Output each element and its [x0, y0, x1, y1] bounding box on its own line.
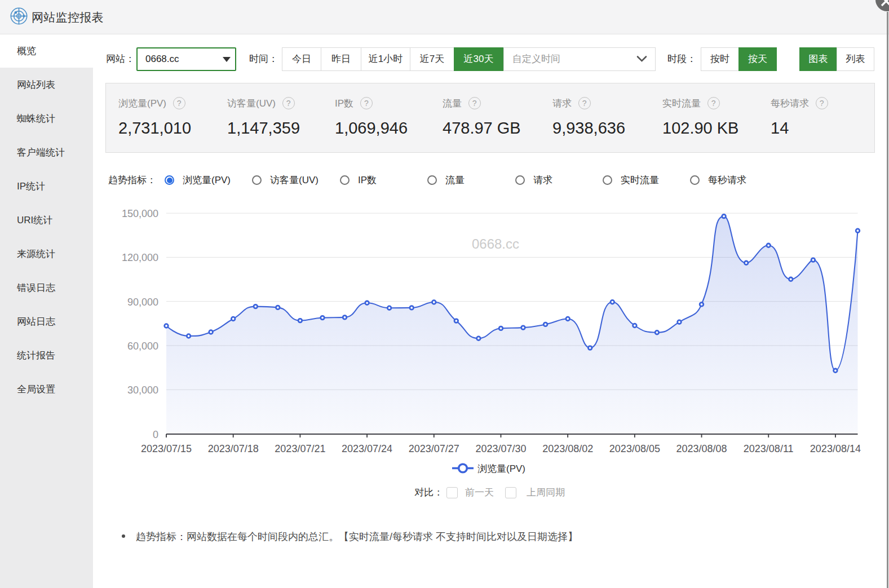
svg-text:30,000: 30,000: [127, 384, 158, 396]
svg-text:2023/08/08: 2023/08/08: [676, 443, 727, 454]
svg-text:2023/07/27: 2023/07/27: [409, 443, 459, 454]
svg-text:2023/07/24: 2023/07/24: [342, 443, 392, 454]
svg-text:2023/08/14: 2023/08/14: [810, 443, 861, 454]
svg-text:浏览量(PV): 浏览量(PV): [477, 463, 525, 474]
svg-text:2023/07/15: 2023/07/15: [141, 443, 192, 454]
svg-text:150,000: 150,000: [122, 208, 158, 219]
svg-text:2023/08/02: 2023/08/02: [542, 443, 593, 454]
svg-text:2023/08/11: 2023/08/11: [744, 443, 794, 454]
svg-text:2023/07/18: 2023/07/18: [208, 443, 259, 454]
svg-text:60,000: 60,000: [127, 341, 158, 352]
svg-text:0668.cc: 0668.cc: [472, 236, 519, 251]
svg-text:120,000: 120,000: [122, 252, 158, 263]
svg-text:0: 0: [153, 429, 158, 440]
svg-text:90,000: 90,000: [127, 297, 158, 308]
svg-text:2023/07/21: 2023/07/21: [275, 443, 325, 454]
svg-text:2023/07/30: 2023/07/30: [475, 443, 526, 454]
svg-text:2023/08/05: 2023/08/05: [609, 443, 660, 454]
